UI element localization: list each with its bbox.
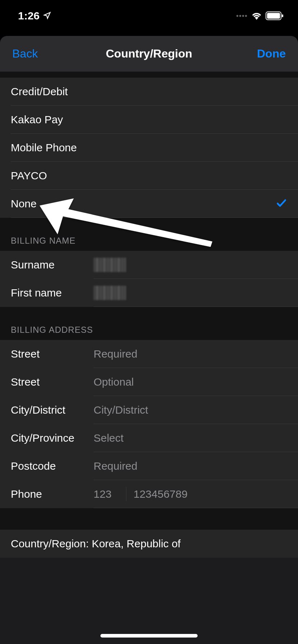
street2-row[interactable]: Street: [0, 368, 298, 396]
billing-address-header: BILLING ADDRESS: [0, 307, 298, 340]
checkmark-icon: [276, 197, 287, 210]
status-time: 1:26: [18, 10, 40, 22]
nav-bar: Back Country/Region Done: [0, 36, 298, 72]
payment-option-label: Kakao Pay: [11, 114, 63, 126]
page-title: Country/Region: [106, 47, 192, 60]
payment-option-credit-debit[interactable]: Credit/Debit: [0, 78, 298, 106]
first-name-label: First name: [11, 287, 94, 299]
status-time-area: 1:26: [18, 10, 51, 22]
country-region-label: Country/Region: Korea, Republic of: [11, 538, 181, 550]
city-province-label: City/Province: [11, 432, 94, 444]
postcode-input[interactable]: [94, 460, 287, 472]
content-scroll[interactable]: Credit/Debit Kakao Pay Mobile Phone PAYC…: [0, 72, 298, 558]
payment-option-payco[interactable]: PAYCO: [0, 162, 298, 190]
location-icon: [43, 10, 51, 22]
modal-sheet: Back Country/Region Done Credit/Debit Ka…: [0, 36, 298, 644]
payment-option-label: PAYCO: [11, 170, 47, 182]
phone-row[interactable]: Phone: [0, 480, 298, 508]
svg-rect-1: [267, 13, 280, 19]
street1-row[interactable]: Street: [0, 340, 298, 368]
payment-option-none[interactable]: None: [0, 190, 298, 218]
first-name-value-redacted: [94, 286, 126, 300]
battery-icon: [266, 12, 284, 20]
street2-input[interactable]: [94, 376, 287, 388]
postcode-row[interactable]: Postcode: [0, 452, 298, 480]
cellular-dots-icon: ••••: [236, 12, 248, 20]
payment-option-mobile-phone[interactable]: Mobile Phone: [0, 134, 298, 162]
home-indicator[interactable]: [100, 634, 198, 638]
status-right: ••••: [236, 12, 284, 20]
svg-rect-2: [282, 14, 283, 17]
payment-option-label: None: [11, 198, 37, 210]
city-province-row[interactable]: City/Province Select: [0, 424, 298, 452]
phone-divider: [126, 487, 126, 501]
street1-input[interactable]: [94, 348, 287, 360]
phone-country-code-input[interactable]: [94, 488, 119, 500]
billing-name-header: BILLING NAME: [0, 218, 298, 251]
city-district-label: City/District: [11, 404, 94, 416]
country-region-row[interactable]: Country/Region: Korea, Republic of: [0, 530, 298, 558]
done-button[interactable]: Done: [257, 47, 286, 60]
first-name-row[interactable]: First name: [0, 279, 298, 307]
surname-row[interactable]: Surname: [0, 251, 298, 279]
city-district-row[interactable]: City/District: [0, 396, 298, 424]
surname-value-redacted: [94, 258, 126, 272]
phone-number-input[interactable]: [134, 488, 270, 500]
status-bar: 1:26 ••••: [0, 0, 298, 32]
phone-label: Phone: [11, 488, 94, 500]
back-button[interactable]: Back: [12, 47, 38, 60]
street1-label: Street: [11, 348, 94, 360]
postcode-label: Postcode: [11, 460, 94, 472]
payment-option-label: Mobile Phone: [11, 142, 77, 154]
payment-option-kakao-pay[interactable]: Kakao Pay: [0, 106, 298, 134]
street2-label: Street: [11, 376, 94, 388]
city-province-select[interactable]: Select: [94, 432, 123, 444]
wifi-icon: [251, 12, 262, 20]
city-district-input[interactable]: [94, 404, 287, 416]
surname-label: Surname: [11, 259, 94, 271]
payment-option-label: Credit/Debit: [11, 86, 68, 98]
